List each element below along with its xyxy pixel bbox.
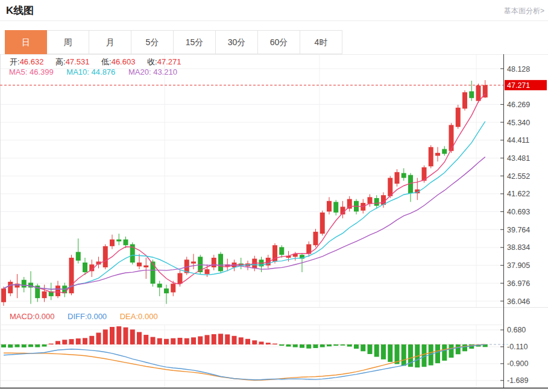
ma5-label: MA5: xyxy=(9,67,27,76)
open-group: 开:46.632 xyxy=(10,57,43,66)
ma5-group: MA5: 46.399 xyxy=(9,67,54,76)
svg-text:41.622: 41.622 xyxy=(507,190,530,198)
close-group: 收:47.271 xyxy=(147,57,181,66)
close-value: 47.271 xyxy=(157,57,181,66)
high-label: 高: xyxy=(55,57,66,66)
ma20-group: MA20: 43.210 xyxy=(128,67,177,76)
macd-label: MACD: xyxy=(10,312,35,321)
ma20-value: 43.210 xyxy=(153,67,177,76)
open-value: 46.632 xyxy=(20,57,44,66)
diff-label: DIFF: xyxy=(68,312,87,321)
price-axis-labels: 48.12846.26945.34044.41143.48142.55241.6… xyxy=(500,65,530,306)
svg-text:36.046: 36.046 xyxy=(507,297,530,306)
ma5-value: 46.399 xyxy=(30,67,54,76)
current-price-badge: 47.271 xyxy=(505,80,547,90)
svg-text:43.481: 43.481 xyxy=(507,154,530,163)
svg-text:47.271: 47.271 xyxy=(507,81,530,90)
high-group: 高:47.531 xyxy=(55,57,89,66)
svg-text:-0.110: -0.110 xyxy=(507,343,528,351)
svg-text:-0.900: -0.900 xyxy=(507,359,528,368)
svg-text:42.552: 42.552 xyxy=(507,172,530,181)
close-label: 收: xyxy=(147,57,157,66)
svg-text:44.411: 44.411 xyxy=(507,136,529,145)
svg-text:37.905: 37.905 xyxy=(507,261,530,270)
macd-axis-labels: 0.680-0.110-0.900-1.689 xyxy=(500,326,528,385)
svg-text:48.128: 48.128 xyxy=(507,65,530,73)
ma10-label: MA10: xyxy=(66,67,89,76)
ma10-group: MA10: 44.876 xyxy=(66,67,115,76)
open-label: 开: xyxy=(10,57,20,66)
svg-text:-1.689: -1.689 xyxy=(507,376,528,385)
svg-text:36.976: 36.976 xyxy=(507,279,530,288)
macd-group: MACD:0.000 xyxy=(10,312,54,321)
dea-label: DEA: xyxy=(120,312,138,321)
macd-value: 0.000 xyxy=(35,312,55,321)
svg-text:45.340: 45.340 xyxy=(507,119,530,127)
high-value: 47.531 xyxy=(66,57,90,66)
ma-row: MA5: 46.399 MA10: 44.876 MA20: 43.210 xyxy=(9,67,188,76)
low-label: 低: xyxy=(101,57,112,66)
diff-value: 0.000 xyxy=(87,312,107,321)
low-group: 低:46.603 xyxy=(101,57,135,66)
ma-lines-group xyxy=(4,94,485,293)
svg-text:40.693: 40.693 xyxy=(507,208,530,216)
ma10-line xyxy=(4,122,485,290)
diff-group: DIFF:0.000 xyxy=(68,312,107,321)
low-value: 46.603 xyxy=(112,57,136,66)
ohlc-row: 开:46.632 高:47.531 低:46.603 收:47.271 xyxy=(10,57,191,67)
macd-info-row: MACD:0.000 DIFF:0.000 DEA:0.000 xyxy=(10,312,169,321)
ma20-label: MA20: xyxy=(128,67,151,76)
gridlines xyxy=(0,54,503,388)
svg-text:46.269: 46.269 xyxy=(507,101,530,109)
svg-text:38.834: 38.834 xyxy=(507,243,530,252)
svg-text:39.764: 39.764 xyxy=(507,226,530,234)
svg-text:0.680: 0.680 xyxy=(507,326,526,334)
dea-value: 0.000 xyxy=(138,312,158,321)
ma10-value: 44.876 xyxy=(92,67,116,76)
dea-group: DEA:0.000 xyxy=(120,312,158,321)
